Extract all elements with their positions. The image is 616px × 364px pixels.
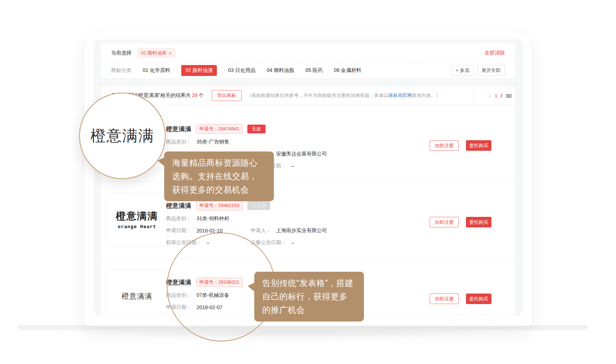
- app-no-value: 29482153: [218, 203, 239, 208]
- entrust-buy-button[interactable]: 委托购买: [466, 294, 491, 304]
- applicant-value: 上海雨步实业有限公司: [276, 227, 327, 234]
- application-number-badge: 申请号：29474941: [196, 124, 243, 134]
- clear-all-button[interactable]: 全部清除: [485, 50, 505, 56]
- pagination-divider: [473, 89, 474, 102]
- pagination: ‹ 1 / 30 ›: [476, 86, 515, 105]
- apply-date-value: 2018-02-10: [196, 228, 223, 234]
- applicant-label: 申请人：: [251, 227, 271, 234]
- app-no-label: 申请号：: [199, 126, 218, 132]
- total-pages: 30: [506, 93, 512, 99]
- self-register-button[interactable]: 自助注册: [430, 294, 459, 304]
- trademark-image-subtext: orange Heart: [118, 224, 156, 229]
- apply-date-label: 申请日期：: [166, 304, 191, 311]
- feature-tooltip-trade: 海量精品商标资源随心选购。支持在线交易，获得更多的交易机会: [164, 151, 274, 201]
- trademark-office-link[interactable]: 商标局官网: [388, 93, 412, 98]
- expand-all-button[interactable]: 展开全部: [477, 65, 505, 76]
- trademark-name: 橙意满满: [166, 278, 191, 287]
- category-label: 商品类别：: [166, 292, 191, 299]
- application-number-badge: 申请号：29198321: [196, 278, 243, 287]
- trademark-image[interactable]: 橙意满满: [106, 269, 168, 315]
- app-no-label: 申请号：: [199, 203, 218, 208]
- trademark-details: 橙意满满 申请号：29482153 已注册 商品类别：31类-饲料种籽 申请日期…: [166, 201, 327, 246]
- disclaimer-text: （商标检索结果仅供参考，不作为商标能否注册的法律依据；具体以商标局官网查询为准。…: [247, 92, 440, 99]
- apply-date-value: 2018-02-07: [196, 304, 223, 310]
- entrust-buy-button[interactable]: 委托购买: [466, 140, 491, 151]
- current-selection-row: 当前选择 02 颜料油漆 × 全部清除: [101, 44, 515, 63]
- category-item-01[interactable]: 01 化学原料: [143, 67, 170, 74]
- trademark-name: 橙意满满: [166, 125, 191, 133]
- row-actions: 自助注册 委托购买: [430, 217, 491, 227]
- magnified-trademark-text: 橙意满满: [90, 126, 154, 146]
- apply-date-label: 申请日期：: [166, 227, 191, 234]
- status-badge: 已注册: [247, 201, 270, 210]
- reg-notice-value: –: [291, 163, 294, 169]
- selected-filter-tag[interactable]: 02 颜料油漆 ×: [137, 48, 175, 58]
- feature-tooltip-promotion: 告别传统“发表格”，搭建自己的标行，获得更多的推广机会: [254, 272, 364, 321]
- row-actions: 自助注册 委托购买: [430, 140, 491, 151]
- category-item-02-selected[interactable]: 02 颜料油漆: [181, 65, 216, 76]
- result-count-unit: 个: [199, 92, 204, 98]
- category-row-label: 商标分类: [111, 67, 131, 74]
- first-notice-value: –: [207, 240, 210, 246]
- remove-tag-icon[interactable]: ×: [169, 50, 172, 56]
- trademark-details: 橙意满满 申请号：29198321 商品类别：07类-机械设备 申请日期：201…: [166, 278, 251, 315]
- category-item-06[interactable]: 06 金属材料: [334, 67, 361, 74]
- self-register-button[interactable]: 自助注册: [430, 217, 459, 227]
- category-item-05[interactable]: 05 医药: [305, 67, 323, 74]
- trademark-image-text: 橙意满满: [122, 291, 152, 301]
- entrust-buy-button[interactable]: 委托购买: [466, 217, 491, 227]
- category-value: 07类-机械设备: [196, 292, 229, 299]
- category-item-04[interactable]: 04 燃料油脂: [267, 67, 294, 74]
- current-selection-label: 当前选择: [111, 50, 131, 56]
- app-no-label: 申请号：: [199, 279, 218, 285]
- category-value: 35类-广告销售: [196, 139, 229, 145]
- disclaimer-suffix: 查询为准。）: [412, 93, 440, 98]
- screenshot-stage: 当前选择 02 颜料油漆 × 全部清除 商标分类 01 化学原料 02 颜料油漆…: [0, 0, 616, 364]
- result-count-number: 28: [192, 92, 198, 98]
- category-value: 31类-饲料种籽: [196, 215, 229, 222]
- app-no-value: 29474941: [218, 126, 239, 132]
- table-row: 橙意满满 orange Heart 橙意满满 申请号：29482153 已注册 …: [101, 182, 515, 258]
- export-trademarks-button[interactable]: 导出商标: [212, 90, 242, 101]
- category-row: 商标分类 01 化学原料 02 颜料油漆 03 日化用品 04 燃料油脂 05 …: [101, 63, 515, 78]
- laptop-base: [17, 325, 588, 330]
- filter-card: 当前选择 02 颜料油漆 × 全部清除 商标分类 01 化学原料 02 颜料油漆…: [101, 44, 515, 78]
- trademark-image[interactable]: 橙意满满 orange Heart: [106, 193, 168, 246]
- category-label: 商品类别：: [166, 215, 191, 222]
- status-badge: 无效: [247, 125, 266, 133]
- results-header: 为您检索到“橙意满满”相关的结果共28个 导出商标 （商标检索结果仅供参考，不作…: [101, 86, 515, 105]
- applicant-value: 安徽美达会展有限公司: [276, 151, 327, 157]
- multi-select-button[interactable]: + 多选: [451, 65, 474, 76]
- category-item-03[interactable]: 03 日化用品: [228, 67, 255, 74]
- reg-notice-value: –: [291, 240, 294, 246]
- prev-page-icon[interactable]: ‹: [489, 92, 491, 99]
- tooltip-text: 告别传统“发表格”，搭建自己的标行，获得更多的推广机会: [262, 278, 353, 315]
- first-notice-label: 初审公告日期：: [166, 239, 202, 246]
- trademark-name: 橙意满满: [166, 202, 191, 210]
- tooltip-arrow-icon: [158, 157, 165, 166]
- tooltip-arrow-icon: [248, 283, 255, 292]
- magnifier-lens: 橙意满满: [79, 93, 166, 179]
- category-label: 商品类别：: [166, 139, 191, 145]
- selected-filter-tag-text: 02 颜料油漆: [141, 50, 166, 56]
- page-separator: /: [501, 93, 502, 99]
- app-no-value: 29198321: [218, 279, 239, 285]
- trademark-image-text: 橙意满满: [116, 210, 158, 223]
- disclaimer-prefix: （商标检索结果仅供参考，不作为商标能否注册的法律依据；具体以: [247, 93, 388, 98]
- application-number-badge: 申请号：29482153: [196, 201, 243, 210]
- reg-notice-label: 注册公告日期：: [251, 239, 286, 246]
- tooltip-text: 海量精品商标资源随心选购。支持在线交易，获得更多的交易机会: [172, 158, 258, 194]
- row-actions: 自助注册 委托购买: [430, 294, 491, 304]
- self-register-button[interactable]: 自助注册: [430, 140, 459, 151]
- current-page: 1: [494, 93, 497, 99]
